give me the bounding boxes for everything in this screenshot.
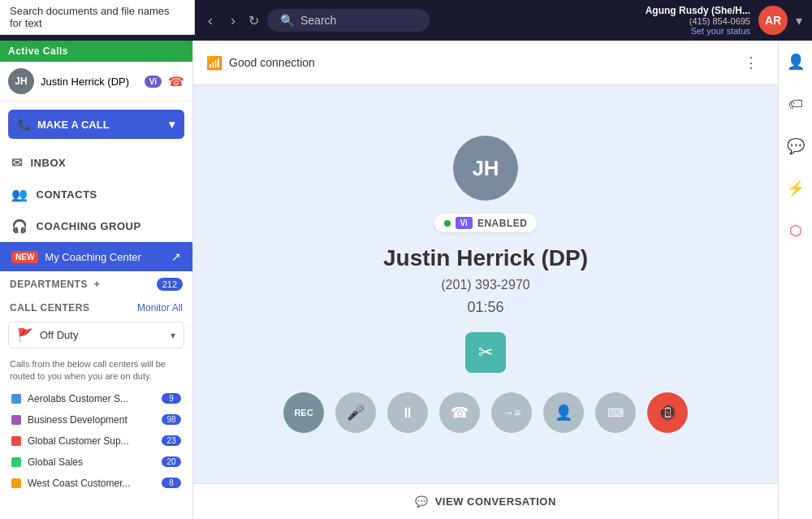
right-panel-chat-button[interactable]: 💬 — [781, 132, 810, 161]
contact-avatar-large: JH — [453, 136, 518, 201]
sidebar-item-coaching-group[interactable]: 🎧 COACHING GROUP — [0, 210, 192, 242]
call-center-list-item[interactable]: Business Development 98 — [8, 409, 184, 430]
departments-label: DEPARTMENTS + — [10, 279, 100, 290]
sidebar-item-contacts[interactable]: 👥 CONTACTS — [0, 179, 192, 210]
cc-name: Global Customer Sup... — [28, 435, 155, 447]
call-center-list-item[interactable]: West Coast Customer... 8 — [8, 473, 184, 494]
vi-badge-label: Vi — [456, 217, 473, 229]
cc-name: Business Development — [28, 414, 155, 426]
doc-search-bar[interactable]: Search documents and file names for text — [0, 0, 195, 35]
monitor-all-button[interactable]: Monitor All — [137, 302, 183, 314]
vi-active-dot — [444, 220, 451, 227]
call-timer: 01:56 — [467, 299, 503, 316]
active-call-item[interactable]: JH Justin Herrick (DP) Vi ☎ — [0, 62, 192, 102]
search-icon: 🔍 — [280, 14, 294, 27]
vi-enabled-text: ENABLED — [477, 218, 528, 229]
cc-dot-icon — [11, 436, 21, 446]
cc-dot-icon — [11, 394, 21, 404]
right-panel-person-button[interactable]: 👤 — [781, 47, 810, 76]
make-call-container: 📞 MAKE A CALL ▾ — [0, 102, 192, 147]
keypad-button[interactable]: ⌨ — [595, 392, 636, 433]
transfer-button[interactable]: ☎ — [439, 392, 480, 433]
conversation-icon: 💬 — [415, 495, 429, 508]
rec-button[interactable]: REC — [283, 392, 324, 433]
make-call-button[interactable]: 📞 MAKE A CALL ▾ — [8, 110, 184, 139]
scissors-button[interactable]: ✂ — [465, 332, 506, 373]
call-centers-row: CALL CENTERS Monitor All — [0, 297, 192, 318]
coaching-group-icon: 🎧 — [11, 218, 28, 234]
search-placeholder: Search — [300, 14, 336, 27]
sidebar: Active Calls JH Justin Herrick (DP) Vi ☎… — [0, 41, 193, 519]
refresh-button[interactable]: ↻ — [248, 13, 259, 28]
cc-count: 8 — [162, 478, 181, 488]
off-duty-flag-icon: 🚩 — [17, 327, 33, 343]
call-controls: REC 🎤 ⏸ ☎ →≡ 👤 ⌨ 📵 — [283, 392, 688, 433]
view-conversation-bar[interactable]: 💬 VIEW CONVERSATION — [193, 483, 778, 519]
new-badge: NEW — [11, 251, 38, 263]
more-options-button[interactable]: ⋮ — [737, 50, 765, 75]
cc-dot-icon — [11, 415, 21, 425]
off-duty-description: Calls from the below call centers will b… — [0, 355, 192, 388]
cc-dot-icon — [11, 457, 21, 467]
cc-count: 9 — [162, 393, 181, 404]
cc-name: Aerolabs Customer S... — [28, 393, 155, 404]
right-panel-zendesk-button[interactable]: ⚡ — [781, 174, 810, 203]
avatar[interactable]: AR — [758, 6, 788, 35]
search-bar[interactable]: 🔍 Search — [267, 9, 430, 32]
call-center-list-item[interactable]: Global Customer Sup... 23 — [8, 430, 184, 452]
cc-count: 98 — [162, 414, 181, 425]
main-content: 📶 Good connection ⋮ JH Vi ENABLED Justin… — [193, 41, 778, 519]
contacts-icon: 👥 — [11, 187, 28, 202]
right-panel-tag-button[interactable]: 🏷 — [781, 89, 810, 119]
contacts-label: CONTACTS — [37, 188, 97, 201]
off-duty-dropdown[interactable]: 🚩 Off Duty ▾ — [8, 322, 184, 348]
inbox-label: INBOX — [31, 157, 67, 169]
user-status[interactable]: Set your status — [691, 26, 750, 36]
call-avatar: JH — [8, 68, 34, 94]
avatar-initials: AR — [765, 14, 781, 27]
nav-forward-button[interactable]: › — [226, 9, 240, 32]
cc-name: Global Sales — [28, 456, 155, 468]
connection-info: 📶 Good connection — [206, 55, 315, 71]
cc-name: West Coast Customer... — [28, 478, 155, 489]
departments-add-button[interactable]: + — [94, 279, 101, 290]
add-call-button[interactable]: 👤 — [543, 392, 584, 433]
contact-name: Justin Herrick (DP) — [383, 245, 588, 271]
right-panel-apps-button[interactable]: ⬡ — [781, 216, 810, 245]
sidebar-item-inbox[interactable]: ✉ INBOX — [0, 147, 192, 179]
sidebar-item-coaching-center[interactable]: NEW My Coaching Center ↗ — [0, 242, 192, 271]
doc-search-text: Search documents and file names for text — [10, 5, 184, 29]
cc-dot-icon — [11, 478, 21, 488]
call-centers-label: CALL CENTERS — [10, 302, 89, 314]
off-duty-label: Off Duty — [40, 329, 164, 341]
user-info: Agung Rusdy (She/H... (415) 854-0695 Set… — [646, 5, 750, 36]
call-name: Justin Herrick (DP) — [41, 76, 138, 88]
user-dropdown-button[interactable]: ▾ — [796, 13, 802, 28]
call-center-list: Aerolabs Customer S... 9 Business Develo… — [0, 388, 192, 494]
connection-status: Good connection — [229, 56, 315, 69]
vi-badge-sidebar: Vi — [145, 76, 162, 88]
off-duty-chevron-icon: ▾ — [171, 330, 175, 341]
inbox-icon: ✉ — [11, 155, 23, 171]
user-phone: (415) 854-0695 — [689, 16, 750, 26]
cc-count: 20 — [162, 456, 181, 467]
cc-count: 23 — [162, 435, 181, 446]
nav-back-button[interactable]: ‹ — [203, 9, 218, 32]
call-center-list-item[interactable]: Global Sales 20 — [8, 452, 184, 473]
user-name: Agung Rusdy (She/H... — [646, 5, 750, 16]
departments-count: 212 — [157, 278, 183, 291]
off-duty-container: 🚩 Off Duty ▾ — [0, 318, 192, 355]
hold-button[interactable]: ⏸ — [387, 392, 428, 433]
end-call-button[interactable]: 📵 — [647, 392, 688, 433]
phone-icon: 📞 — [18, 119, 31, 131]
forward-button[interactable]: →≡ — [491, 392, 532, 433]
make-call-dropdown-arrow: ▾ — [169, 118, 175, 131]
call-center-list-item[interactable]: Aerolabs Customer S... 9 — [8, 388, 184, 409]
call-end-button[interactable]: ☎ — [168, 74, 184, 89]
vi-enabled-badge: Vi ENABLED — [434, 214, 538, 232]
call-area: JH Vi ENABLED Justin Herrick (DP) (201) … — [193, 85, 778, 483]
make-call-label: MAKE A CALL — [37, 119, 110, 131]
signal-icon: 📶 — [206, 55, 222, 71]
coaching-center-label: My Coaching Center — [45, 251, 165, 263]
mute-button[interactable]: 🎤 — [335, 392, 376, 433]
